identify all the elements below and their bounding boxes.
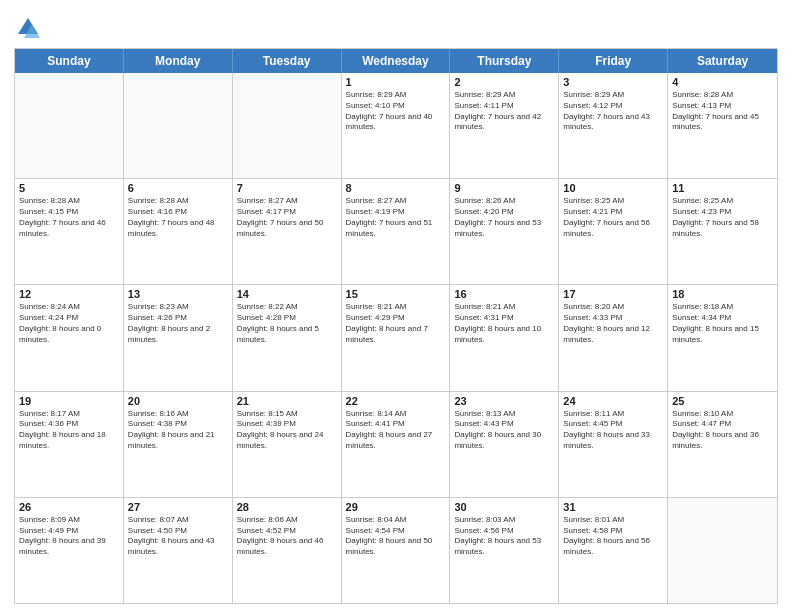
day-number: 15 <box>346 288 446 300</box>
cell-info: Sunrise: 8:26 AMSunset: 4:20 PMDaylight:… <box>454 196 554 239</box>
cell-info: Sunrise: 8:21 AMSunset: 4:29 PMDaylight:… <box>346 302 446 345</box>
cal-cell <box>15 73 124 178</box>
header-cell-friday: Friday <box>559 49 668 73</box>
day-number: 1 <box>346 76 446 88</box>
day-number: 27 <box>128 501 228 513</box>
cell-info: Sunrise: 8:01 AMSunset: 4:58 PMDaylight:… <box>563 515 663 558</box>
cell-info: Sunrise: 8:22 AMSunset: 4:28 PMDaylight:… <box>237 302 337 345</box>
cal-cell: 14Sunrise: 8:22 AMSunset: 4:28 PMDayligh… <box>233 285 342 390</box>
cal-cell <box>668 498 777 603</box>
cell-info: Sunrise: 8:18 AMSunset: 4:34 PMDaylight:… <box>672 302 773 345</box>
day-number: 10 <box>563 182 663 194</box>
cal-cell: 25Sunrise: 8:10 AMSunset: 4:47 PMDayligh… <box>668 392 777 497</box>
logo <box>14 14 46 42</box>
day-number: 16 <box>454 288 554 300</box>
cal-cell: 15Sunrise: 8:21 AMSunset: 4:29 PMDayligh… <box>342 285 451 390</box>
cell-info: Sunrise: 8:20 AMSunset: 4:33 PMDaylight:… <box>563 302 663 345</box>
cell-info: Sunrise: 8:27 AMSunset: 4:17 PMDaylight:… <box>237 196 337 239</box>
cal-cell: 24Sunrise: 8:11 AMSunset: 4:45 PMDayligh… <box>559 392 668 497</box>
day-number: 22 <box>346 395 446 407</box>
calendar-header: SundayMondayTuesdayWednesdayThursdayFrid… <box>15 49 777 73</box>
cal-cell: 3Sunrise: 8:29 AMSunset: 4:12 PMDaylight… <box>559 73 668 178</box>
header-cell-tuesday: Tuesday <box>233 49 342 73</box>
day-number: 29 <box>346 501 446 513</box>
cell-info: Sunrise: 8:13 AMSunset: 4:43 PMDaylight:… <box>454 409 554 452</box>
cal-cell: 31Sunrise: 8:01 AMSunset: 4:58 PMDayligh… <box>559 498 668 603</box>
page: SundayMondayTuesdayWednesdayThursdayFrid… <box>0 0 792 612</box>
cal-cell: 21Sunrise: 8:15 AMSunset: 4:39 PMDayligh… <box>233 392 342 497</box>
cell-info: Sunrise: 8:04 AMSunset: 4:54 PMDaylight:… <box>346 515 446 558</box>
day-number: 17 <box>563 288 663 300</box>
cal-cell: 10Sunrise: 8:25 AMSunset: 4:21 PMDayligh… <box>559 179 668 284</box>
day-number: 19 <box>19 395 119 407</box>
cell-info: Sunrise: 8:25 AMSunset: 4:21 PMDaylight:… <box>563 196 663 239</box>
cal-cell: 17Sunrise: 8:20 AMSunset: 4:33 PMDayligh… <box>559 285 668 390</box>
cal-cell: 30Sunrise: 8:03 AMSunset: 4:56 PMDayligh… <box>450 498 559 603</box>
day-number: 2 <box>454 76 554 88</box>
cal-cell: 22Sunrise: 8:14 AMSunset: 4:41 PMDayligh… <box>342 392 451 497</box>
day-number: 30 <box>454 501 554 513</box>
calendar-body: 1Sunrise: 8:29 AMSunset: 4:10 PMDaylight… <box>15 73 777 603</box>
cal-cell <box>124 73 233 178</box>
week-row-2: 12Sunrise: 8:24 AMSunset: 4:24 PMDayligh… <box>15 285 777 391</box>
cell-info: Sunrise: 8:09 AMSunset: 4:49 PMDaylight:… <box>19 515 119 558</box>
cal-cell: 11Sunrise: 8:25 AMSunset: 4:23 PMDayligh… <box>668 179 777 284</box>
week-row-4: 26Sunrise: 8:09 AMSunset: 4:49 PMDayligh… <box>15 498 777 603</box>
week-row-1: 5Sunrise: 8:28 AMSunset: 4:15 PMDaylight… <box>15 179 777 285</box>
day-number: 9 <box>454 182 554 194</box>
cell-info: Sunrise: 8:25 AMSunset: 4:23 PMDaylight:… <box>672 196 773 239</box>
cell-info: Sunrise: 8:24 AMSunset: 4:24 PMDaylight:… <box>19 302 119 345</box>
header-cell-monday: Monday <box>124 49 233 73</box>
day-number: 6 <box>128 182 228 194</box>
cal-cell: 9Sunrise: 8:26 AMSunset: 4:20 PMDaylight… <box>450 179 559 284</box>
header-cell-thursday: Thursday <box>450 49 559 73</box>
cal-cell: 19Sunrise: 8:17 AMSunset: 4:36 PMDayligh… <box>15 392 124 497</box>
day-number: 8 <box>346 182 446 194</box>
cell-info: Sunrise: 8:15 AMSunset: 4:39 PMDaylight:… <box>237 409 337 452</box>
cell-info: Sunrise: 8:03 AMSunset: 4:56 PMDaylight:… <box>454 515 554 558</box>
cell-info: Sunrise: 8:28 AMSunset: 4:13 PMDaylight:… <box>672 90 773 133</box>
logo-icon <box>14 14 42 42</box>
day-number: 23 <box>454 395 554 407</box>
day-number: 26 <box>19 501 119 513</box>
cell-info: Sunrise: 8:29 AMSunset: 4:10 PMDaylight:… <box>346 90 446 133</box>
cal-cell: 28Sunrise: 8:06 AMSunset: 4:52 PMDayligh… <box>233 498 342 603</box>
cal-cell: 12Sunrise: 8:24 AMSunset: 4:24 PMDayligh… <box>15 285 124 390</box>
day-number: 5 <box>19 182 119 194</box>
header-cell-saturday: Saturday <box>668 49 777 73</box>
cal-cell: 7Sunrise: 8:27 AMSunset: 4:17 PMDaylight… <box>233 179 342 284</box>
day-number: 12 <box>19 288 119 300</box>
cal-cell: 2Sunrise: 8:29 AMSunset: 4:11 PMDaylight… <box>450 73 559 178</box>
day-number: 25 <box>672 395 773 407</box>
cell-info: Sunrise: 8:17 AMSunset: 4:36 PMDaylight:… <box>19 409 119 452</box>
cal-cell: 8Sunrise: 8:27 AMSunset: 4:19 PMDaylight… <box>342 179 451 284</box>
cell-info: Sunrise: 8:27 AMSunset: 4:19 PMDaylight:… <box>346 196 446 239</box>
cell-info: Sunrise: 8:29 AMSunset: 4:12 PMDaylight:… <box>563 90 663 133</box>
day-number: 4 <box>672 76 773 88</box>
cal-cell: 18Sunrise: 8:18 AMSunset: 4:34 PMDayligh… <box>668 285 777 390</box>
week-row-0: 1Sunrise: 8:29 AMSunset: 4:10 PMDaylight… <box>15 73 777 179</box>
cell-info: Sunrise: 8:06 AMSunset: 4:52 PMDaylight:… <box>237 515 337 558</box>
day-number: 14 <box>237 288 337 300</box>
cal-cell: 6Sunrise: 8:28 AMSunset: 4:16 PMDaylight… <box>124 179 233 284</box>
day-number: 7 <box>237 182 337 194</box>
cal-cell: 16Sunrise: 8:21 AMSunset: 4:31 PMDayligh… <box>450 285 559 390</box>
cell-info: Sunrise: 8:23 AMSunset: 4:26 PMDaylight:… <box>128 302 228 345</box>
cal-cell: 13Sunrise: 8:23 AMSunset: 4:26 PMDayligh… <box>124 285 233 390</box>
day-number: 31 <box>563 501 663 513</box>
cell-info: Sunrise: 8:14 AMSunset: 4:41 PMDaylight:… <box>346 409 446 452</box>
header <box>14 10 778 42</box>
day-number: 13 <box>128 288 228 300</box>
day-number: 11 <box>672 182 773 194</box>
week-row-3: 19Sunrise: 8:17 AMSunset: 4:36 PMDayligh… <box>15 392 777 498</box>
cell-info: Sunrise: 8:21 AMSunset: 4:31 PMDaylight:… <box>454 302 554 345</box>
day-number: 3 <box>563 76 663 88</box>
day-number: 20 <box>128 395 228 407</box>
cal-cell: 5Sunrise: 8:28 AMSunset: 4:15 PMDaylight… <box>15 179 124 284</box>
calendar: SundayMondayTuesdayWednesdayThursdayFrid… <box>14 48 778 604</box>
day-number: 18 <box>672 288 773 300</box>
header-cell-sunday: Sunday <box>15 49 124 73</box>
cell-info: Sunrise: 8:28 AMSunset: 4:16 PMDaylight:… <box>128 196 228 239</box>
cell-info: Sunrise: 8:07 AMSunset: 4:50 PMDaylight:… <box>128 515 228 558</box>
cal-cell: 20Sunrise: 8:16 AMSunset: 4:38 PMDayligh… <box>124 392 233 497</box>
